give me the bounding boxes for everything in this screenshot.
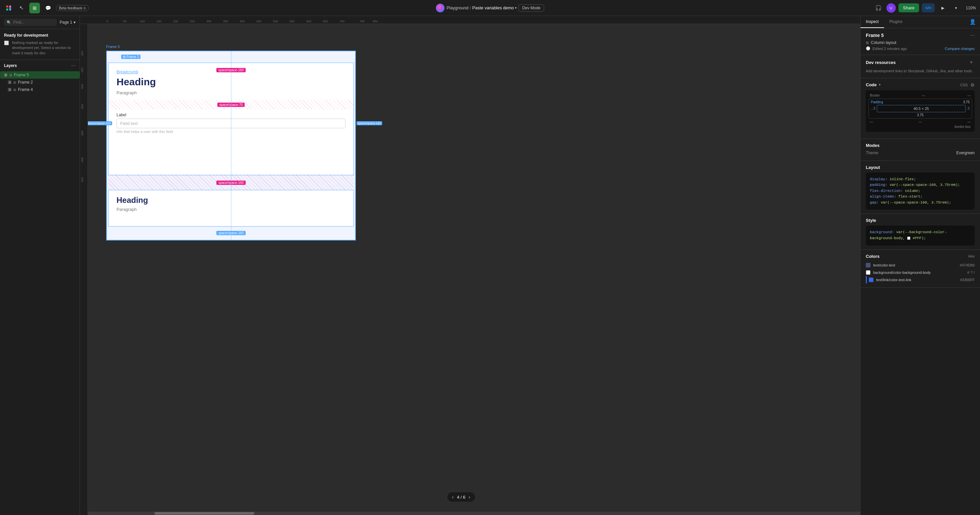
comment-tool-btn[interactable]: 💬	[43, 3, 53, 13]
topbar-center: Playground / Paste variables demo ▾ Dev …	[436, 4, 544, 12]
frame-icon: ⊞	[9, 73, 12, 77]
color3-hex: #3366FF	[960, 278, 975, 282]
svg-rect-2	[6, 8, 8, 10]
ruler-v-450: 450	[81, 157, 84, 162]
frame-edited-info: 🕐 Edited 2 minutes ago	[866, 46, 907, 51]
layout-section: Layout display: inline-flex; padding: va…	[861, 161, 980, 214]
headphones-icon-btn[interactable]: 🎧	[873, 3, 884, 13]
theme-row: Theme Evergreen	[866, 151, 975, 155]
color3-info: text/link/color-text-link	[869, 277, 912, 282]
style-code-block: background: var(--background-color-backg…	[866, 225, 975, 245]
user-avatar[interactable]: U	[886, 3, 896, 13]
figma-orb	[436, 4, 444, 12]
color2-info: background/color-background-body	[866, 270, 931, 275]
border-dash2: —	[967, 94, 971, 97]
search-input[interactable]	[13, 20, 54, 25]
code-line-4: align-items: flex-start;	[870, 194, 971, 200]
next-page-btn[interactable]: ›	[469, 494, 470, 500]
frame2-badge-label: Frame 2	[126, 55, 139, 59]
layer-handle-icon: ≡	[8, 88, 11, 91]
ruler-mark-450: 450	[256, 20, 261, 23]
code-button[interactable]: </>	[922, 3, 935, 12]
play-dropdown-btn[interactable]: ▾	[951, 3, 961, 13]
code-line-5: gap: var(--space-space-160, 3.75rem);	[870, 200, 971, 206]
color2-swatch	[866, 270, 870, 275]
topbar-right: 🎧 U Share </> ▶ ▾ 110%	[873, 3, 976, 13]
ruler-mark-0: 0	[107, 20, 108, 23]
layer-frame2[interactable]: ≡ ⊞ Frame 2	[0, 79, 80, 86]
tab-inspect[interactable]: Inspect	[861, 16, 884, 28]
horizontal-scrollbar[interactable]	[88, 512, 860, 515]
layer-handle-icon: ≡	[4, 73, 7, 77]
code-section-header: Code ▾ CSS ⚙	[866, 82, 975, 88]
space-bottom-badge: space/space-160	[216, 231, 246, 235]
bottom-dash-row: — — —	[869, 119, 972, 124]
beta-label: Beta feedback	[59, 6, 82, 10]
ready-dev-text: Nothing marked as ready for development …	[12, 40, 76, 56]
layer-frame4[interactable]: ≡ ⊞ Frame 4	[0, 86, 80, 93]
user-avatar-right[interactable]: 👤	[966, 16, 980, 28]
layer-frame5[interactable]: ≡ ⊞ Frame 5	[0, 71, 80, 79]
color2-name: background/color-background-body	[873, 271, 931, 274]
color3-name: text/link/color-text-link	[876, 278, 912, 282]
color2-actions: # ? /	[967, 271, 975, 274]
color1-swatch	[866, 263, 870, 268]
colors-header: Colors Hex	[866, 254, 975, 259]
frame-tool-btn[interactable]: ⊞	[29, 3, 40, 13]
play-button[interactable]: ▶	[937, 3, 948, 13]
ready-for-dev-section: Ready for development ⬜ Nothing marked a…	[0, 29, 80, 60]
style-section: Style background: var(--background-color…	[861, 214, 980, 249]
frame-more-btn[interactable]: ···	[970, 32, 975, 38]
layer-frame2-label: Frame 2	[18, 80, 33, 85]
space-right-badge: space/space-160	[356, 121, 382, 125]
color2-hex: #	[967, 271, 969, 274]
space-top-badge: space/space-160	[216, 68, 246, 72]
dev-resources-add-btn[interactable]: +	[968, 59, 975, 65]
cursor-tool-btn[interactable]: ↖	[16, 3, 27, 13]
beta-feedback-badge[interactable]: Beta feedback ⎋	[56, 5, 89, 11]
page-selector[interactable]: Page 1 ▾	[60, 20, 76, 25]
tab-plugins[interactable]: Plugins	[884, 16, 908, 28]
file-dropdown[interactable]: Paste variables demo ▾	[473, 5, 517, 10]
figma-logo[interactable]	[4, 3, 13, 13]
color1-hex: #474D86	[960, 263, 975, 267]
ruler-mark-300: 300	[206, 20, 212, 23]
left-padding: ...5	[871, 107, 875, 110]
page-indicator: ‹ 4 / 6 ›	[447, 492, 475, 502]
space-left-badge: space/space-160	[88, 121, 112, 125]
dev-mode-button[interactable]: Dev Mode	[519, 4, 544, 12]
box-model: Border — — Padding 3.75 ...5 40.5 × 25 .…	[866, 90, 975, 132]
frame5-label: Frame 5	[106, 45, 120, 49]
ruler-mark-700: 700	[339, 20, 345, 23]
layers-more-btn[interactable]: ···	[71, 63, 76, 69]
prev-page-btn[interactable]: ‹	[452, 494, 454, 500]
dev-resources-section: Dev resources + Add development links to…	[861, 55, 980, 78]
ruler-mark-650: 650	[323, 20, 328, 23]
canvas-area[interactable]: 0 50 100 150 200 250 300 350 400 450 500…	[80, 16, 860, 515]
code-lang: CSS	[960, 83, 968, 87]
compare-changes-link[interactable]: Compare changes	[945, 47, 975, 51]
code-label-row: Code ▾	[866, 82, 881, 87]
ruler-v-150: 150	[81, 67, 84, 72]
search-bar[interactable]: 🔍	[4, 19, 57, 26]
scrollbar-thumb[interactable]	[154, 512, 254, 515]
share-button[interactable]: Share	[899, 3, 920, 12]
right-panel-tabs: Inspect Plugins 👤	[861, 16, 980, 28]
frame2-badge: ⊞ Frame 2	[121, 55, 140, 59]
code-settings-icon[interactable]: ⚙	[970, 82, 975, 88]
ruler-v-520: 520	[81, 177, 84, 182]
border-box-label: border-box	[869, 124, 972, 129]
padding-label: Padding	[871, 100, 883, 104]
layer-frame4-label: Frame 4	[18, 87, 33, 92]
frame-icon: ⊞	[13, 88, 16, 92]
border-label: Border	[870, 94, 880, 97]
code-section: Code ▾ CSS ⚙ Border — —	[861, 78, 980, 139]
dash2: —	[919, 120, 922, 124]
frame-layout-row: ⊞ Column layout	[866, 40, 975, 45]
main-layout: 🔍 Page 1 ▾ Ready for development ⬜ Nothi…	[0, 16, 980, 515]
ready-dev-content: ⬜ Nothing marked as ready for developmen…	[4, 40, 76, 56]
layout-icon: ⊞	[866, 41, 869, 45]
dev-resources-title: Dev resources	[866, 60, 896, 65]
hex-label: Hex	[968, 254, 975, 258]
ruler-vertical: 100 150 200 300 400 450 520	[80, 24, 88, 515]
